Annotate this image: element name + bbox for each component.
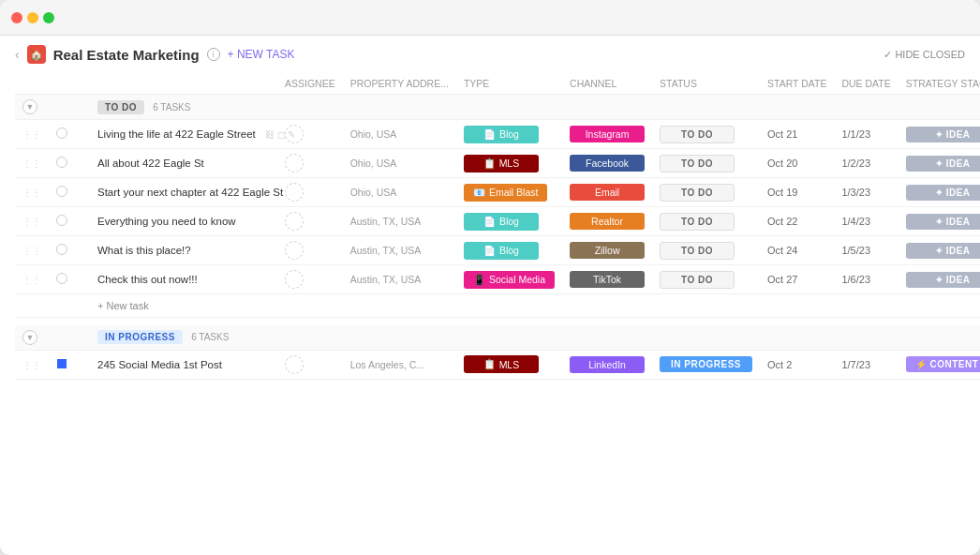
project-header: ‹ 🏠 Real Estate Marketing i + NEW TASK ✓… (15, 45, 965, 64)
row-checkbox-cell (49, 265, 75, 294)
task-checkbox[interactable] (56, 186, 67, 197)
task-checkbox[interactable] (56, 128, 67, 139)
channel-chip[interactable]: Realtor (570, 213, 645, 230)
stage-chip[interactable]: ✦ IDEA (906, 185, 980, 201)
task-name[interactable]: Everything you need to know (97, 216, 236, 227)
drag-handle[interactable]: ⋮⋮ (22, 217, 41, 227)
maximize-button[interactable] (43, 12, 54, 23)
task-name[interactable]: Start your next chapter at 422 Eagle St (97, 187, 283, 198)
close-button[interactable] (11, 12, 22, 23)
section-header-inprogress: ▼ IN PROGRESS 6 TASKS (15, 325, 980, 351)
info-icon[interactable]: i (207, 48, 220, 61)
type-chip[interactable]: 📄 Blog (464, 242, 539, 260)
row-drag: ⋮⋮ (15, 236, 49, 265)
due-date-cell: 1/1/23 (834, 120, 898, 149)
add-task-row-todo[interactable]: + New task (15, 294, 980, 318)
task-name[interactable]: All about 422 Eagle St (97, 158, 204, 169)
type-chip[interactable]: 📋 MLS (464, 155, 539, 172)
assignee-cell[interactable] (277, 207, 343, 236)
hide-closed-button[interactable]: ✓ HIDE CLOSED (883, 49, 965, 61)
type-chip[interactable]: 📄 Blog (464, 126, 539, 143)
row-drag: ⋮⋮ (15, 120, 49, 149)
type-chip[interactable]: 📋 MLS (464, 355, 539, 373)
type-label: Blog (499, 216, 519, 227)
stage-cell: ✦ IDEA (898, 178, 980, 207)
status-chip[interactable]: TO DO (660, 213, 735, 231)
stage-chip[interactable]: ✦ IDEA (906, 243, 980, 259)
channel-chip[interactable]: Facebook (570, 155, 645, 172)
row-checkbox-cell (49, 178, 75, 207)
task-name[interactable]: What is this place!? (97, 245, 191, 256)
assignee-avatar[interactable] (285, 241, 304, 260)
channel-chip[interactable]: LinkedIn (570, 356, 645, 373)
col-due-header: DUE DATE (834, 73, 898, 95)
new-task-button[interactable]: + NEW TASK (228, 48, 295, 61)
task-checkbox[interactable] (57, 359, 67, 368)
drag-handle[interactable]: ⋮⋮ (22, 158, 41, 169)
drag-handle[interactable]: ⋮⋮ (22, 275, 41, 285)
table-row: ⋮⋮ Everything you need to know Austin, T… (15, 207, 980, 236)
table-row: ⋮⋮ Start your next chapter at 422 Eagle … (15, 178, 980, 207)
type-label: Blog (499, 128, 519, 140)
assignee-avatar[interactable] (285, 355, 304, 374)
channel-chip[interactable]: Zillow (570, 242, 645, 259)
col-status-header: STATUS (652, 73, 760, 95)
assignee-cell[interactable] (277, 350, 343, 379)
assignee-avatar[interactable] (285, 270, 304, 289)
minimize-button[interactable] (27, 12, 38, 23)
drag-handle[interactable]: ⋮⋮ (22, 360, 41, 370)
assignee-cell[interactable] (277, 265, 343, 294)
status-chip[interactable]: TO DO (660, 126, 735, 143)
section-header-todo: ▼ TO DO 6 TASKS (15, 95, 980, 120)
stage-chip[interactable]: ✦ IDEA (906, 127, 980, 142)
col-stage-header: STRATEGY STAGE (898, 73, 980, 95)
status-chip[interactable]: IN PROGRESS (660, 356, 752, 372)
start-date-cell: Oct 20 (760, 149, 834, 178)
task-checkbox[interactable] (56, 273, 67, 284)
type-chip[interactable]: 📄 Blog (464, 213, 539, 231)
stage-chip[interactable]: ✦ IDEA (906, 156, 980, 172)
type-cell: 📄 Blog (456, 236, 562, 265)
project-title: Real Estate Marketing (53, 47, 200, 63)
type-label: Email Blast (489, 187, 539, 198)
stage-chip[interactable]: ✦ IDEA (906, 272, 980, 288)
task-name[interactable]: Living the life at 422 Eagle Street (97, 128, 256, 140)
drag-handle[interactable]: ⋮⋮ (22, 129, 41, 140)
assignee-cell[interactable] (277, 178, 343, 207)
channel-chip[interactable]: Email (570, 184, 645, 201)
add-task-label[interactable]: + New task (97, 300, 149, 311)
type-icon: 📋 (483, 158, 496, 170)
stage-chip[interactable]: ✦ IDEA (906, 214, 980, 230)
section-collapse-inprogress[interactable]: ▼ (22, 330, 37, 345)
assignee-cell[interactable] (277, 149, 343, 178)
assignee-cell[interactable] (277, 236, 343, 265)
task-checkbox[interactable] (56, 157, 67, 168)
link-icon[interactable]: ⛓ (265, 129, 275, 140)
task-name[interactable]: Check this out now!!! (97, 274, 198, 285)
type-chip[interactable]: 📱 Social Media (464, 271, 555, 289)
property-cell: Ohio, USA (343, 178, 456, 207)
status-chip[interactable]: TO DO (660, 242, 735, 260)
status-chip[interactable]: TO DO (660, 184, 735, 202)
channel-chip[interactable]: TikTok (570, 271, 645, 288)
drag-handle[interactable]: ⋮⋮ (22, 246, 41, 256)
drag-handle[interactable]: ⋮⋮ (22, 188, 41, 198)
back-arrow[interactable]: ‹ (15, 47, 20, 62)
section-collapse-todo[interactable]: ▼ (22, 99, 37, 114)
type-chip[interactable]: 📧 Email Blast (464, 184, 548, 202)
task-checkbox[interactable] (56, 244, 67, 255)
copy-icon[interactable]: ◻ (277, 129, 285, 140)
assignee-avatar[interactable] (285, 183, 304, 202)
task-table: ASSIGNEE PROPERTY ADDRE... TYPE CHANNEL … (15, 73, 980, 386)
status-chip[interactable]: TO DO (660, 155, 735, 172)
assignee-avatar[interactable] (285, 154, 304, 172)
stage-chip[interactable]: ⚡ CONTENT WRITING (906, 356, 980, 372)
status-cell: TO DO (652, 120, 760, 149)
edit-icon[interactable]: ✎ (288, 129, 295, 140)
status-chip[interactable]: TO DO (660, 271, 735, 289)
task-name[interactable]: 245 Social Media 1st Post (97, 359, 222, 370)
task-name-cell: Living the life at 422 Eagle Street ⛓ ◻ … (90, 120, 277, 149)
assignee-avatar[interactable] (285, 212, 304, 231)
channel-chip[interactable]: Instagram (570, 126, 645, 142)
task-checkbox[interactable] (56, 215, 67, 226)
